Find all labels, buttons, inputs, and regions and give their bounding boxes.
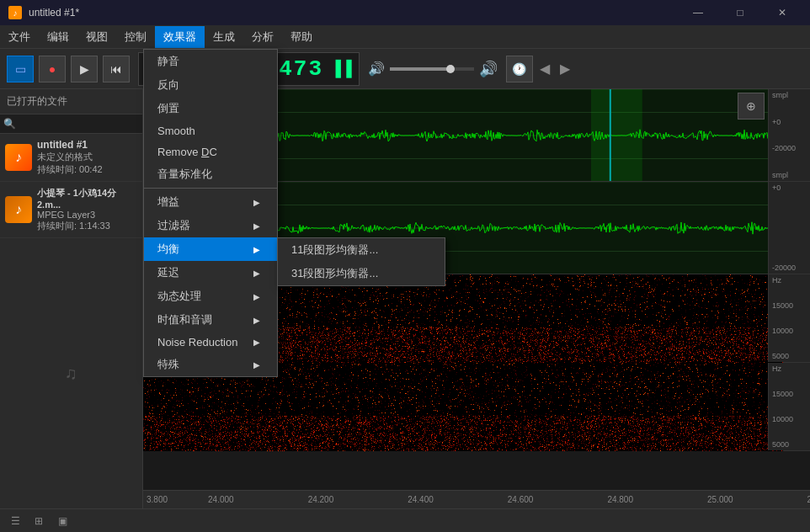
- time-marker-4: 24.600: [471, 495, 571, 504]
- scale-neg20000-upper: -20000: [772, 144, 807, 152]
- effects-menu-list: 静音 反向 倒置 Smooth Remove DC 音量标准化 增益▶ 过滤器▶…: [143, 49, 278, 377]
- arrow-filter: ▶: [253, 221, 260, 231]
- menu-item-invert[interactable]: 倒置: [144, 97, 277, 120]
- removedc-text: Remove DC: [157, 146, 217, 158]
- spec-5000-upper: 5000: [772, 352, 807, 360]
- spec-10000-lower: 10000: [772, 415, 807, 423]
- time-marker-1: 24.000: [171, 495, 271, 504]
- select-tool-button[interactable]: ▭: [7, 56, 34, 82]
- sidebar-header: 已打开的文件: [0, 89, 142, 114]
- spec-15000-lower: 15000: [772, 390, 807, 398]
- transport-extra: ▐▐: [330, 60, 352, 77]
- extra-controls: 🕐 ◀ ▶: [506, 56, 573, 82]
- menu-item-pitch[interactable]: 时值和音调▶: [144, 308, 277, 332]
- scale-smpl-upper: smpl: [772, 91, 807, 99]
- nav-fwd[interactable]: ▶: [557, 57, 573, 80]
- menu-analyze[interactable]: 分析: [243, 26, 282, 48]
- time-marker-0: 3.800: [143, 495, 171, 504]
- arrow-delay: ▶: [253, 269, 260, 278]
- timescale-bar: 3.800 24.000 24.200 24.400 24.600 24.800…: [143, 490, 810, 508]
- lower-right-scale: +0 -20000: [768, 182, 810, 274]
- file-item-violin[interactable]: ♪ 小提琴 - 1小鸡14分 2.m... MPEG Layer3 持续时间: …: [0, 182, 142, 238]
- upper-right-scale: smpl +0 -20000 smpl: [768, 89, 810, 181]
- time-marker-6: 25.000: [670, 495, 770, 504]
- filename-violin: 小提琴 - 1小鸡14分 2.m...: [37, 187, 137, 210]
- menu-file[interactable]: 文件: [0, 26, 39, 48]
- submenu-item-11band[interactable]: 11段图形均衡器...: [278, 238, 445, 262]
- search-input[interactable]: [19, 118, 139, 130]
- music-note-icon: ♫: [65, 364, 77, 383]
- time-marker-7: 25.200: [770, 495, 810, 504]
- menu-separator-1: [144, 188, 277, 189]
- spec-5000-lower: 5000: [772, 440, 807, 449]
- arrow-nr: ▶: [253, 338, 260, 347]
- maximize-button[interactable]: □: [721, 0, 759, 25]
- minimize-button[interactable]: —: [679, 0, 717, 25]
- play-tool-button[interactable]: ▶: [71, 56, 98, 82]
- file-format-violin: MPEG Layer3: [37, 210, 137, 220]
- file-item-untitled[interactable]: ♪ untitled #1 未定义的格式 持续时间: 00:42: [0, 134, 142, 182]
- menu-item-gain[interactable]: 增益▶: [144, 190, 277, 214]
- arrow-dynamics: ▶: [253, 292, 260, 301]
- titlebar-controls: — □ ✕: [679, 0, 802, 25]
- arrow-special: ▶: [253, 360, 260, 370]
- skip-tool-button[interactable]: ⏮: [103, 56, 130, 82]
- toolbar: ▭ ● ▶ ⏮ 44.1 kHz stereo 22.473: [0, 49, 810, 89]
- menu-item-special[interactable]: 特殊▶: [144, 353, 277, 376]
- menu-edit[interactable]: 编辑: [39, 26, 77, 48]
- volume-max-icon: 🔊: [479, 60, 498, 78]
- menu-item-equalizer[interactable]: 均衡▶ 11段图形均衡器... 31段图形均衡器...: [144, 237, 277, 261]
- scale-plus0-upper: +0: [772, 118, 807, 126]
- menu-help[interactable]: 帮助: [282, 26, 321, 48]
- spec-hz-upper: Hz: [772, 276, 807, 285]
- menu-item-removedc[interactable]: Remove DC: [144, 141, 277, 162]
- file-details-violin: 小提琴 - 1小鸡14分 2.m... MPEG Layer3 持续时间: 1:…: [37, 187, 137, 232]
- sidebar-empty-note: ♫: [0, 238, 142, 508]
- statusbar-grid-icon[interactable]: ⊞: [30, 513, 47, 529]
- main-content: 已打开的文件 🔍 ♪ untitled #1 未定义的格式 持续时间: 00:4…: [0, 89, 810, 508]
- statusbar-img-icon[interactable]: ▣: [54, 513, 71, 529]
- scale-neg20000-lower: -20000: [772, 263, 807, 272]
- menu-view[interactable]: 视图: [77, 26, 116, 48]
- record-tool-button[interactable]: ●: [39, 56, 66, 82]
- file-duration-violin: 持续时间: 1:14:33: [37, 220, 137, 232]
- time-marker-3: 24.400: [370, 495, 471, 504]
- window-title: untitled #1*: [29, 7, 79, 19]
- file-duration-untitled: 持续时间: 00:42: [37, 163, 103, 176]
- nav-back[interactable]: ◀: [536, 57, 553, 80]
- arrow-eq: ▶: [253, 245, 260, 254]
- file-details-untitled: untitled #1 未定义的格式 持续时间: 00:42: [37, 139, 103, 176]
- statusbar-list-icon[interactable]: ☰: [7, 513, 24, 529]
- menu-item-mute[interactable]: 静音: [144, 50, 277, 73]
- equalizer-submenu: 11段图形均衡器... 31段图形均衡器...: [277, 237, 445, 286]
- volume-icon: 🔊: [368, 61, 385, 77]
- titlebar-left: ♪ untitled #1*: [8, 6, 79, 19]
- menu-item-normalize[interactable]: 音量标准化: [144, 162, 277, 186]
- menu-item-noisereduction[interactable]: Noise Reduction▶: [144, 332, 277, 353]
- volume-slider[interactable]: [390, 67, 474, 71]
- spec-upper-scale: Hz 15000 10000 5000: [768, 274, 810, 362]
- menu-effects[interactable]: 效果器: [155, 26, 205, 48]
- menu-generate[interactable]: 生成: [205, 26, 243, 48]
- spec-hz-lower: Hz: [772, 364, 807, 373]
- file-format-untitled: 未定义的格式: [37, 151, 103, 163]
- menu-item-reverse[interactable]: 反向: [144, 73, 277, 97]
- spec-15000-upper: 15000: [772, 301, 807, 310]
- menu-control[interactable]: 控制: [116, 26, 155, 48]
- clock-button[interactable]: 🕐: [506, 56, 533, 82]
- scale-plus0-lower: +0: [772, 184, 807, 192]
- menu-item-delay[interactable]: 延迟▶: [144, 261, 277, 285]
- arrow-pitch: ▶: [253, 316, 260, 325]
- menu-item-dynamics[interactable]: 动态处理▶: [144, 285, 277, 308]
- zoom-in-button[interactable]: ⊕: [738, 93, 765, 120]
- menubar-overlay: 文件 编辑 视图 控制 效果器 生成 分析 帮助: [0, 25, 810, 49]
- search-box: 🔍: [0, 114, 142, 134]
- submenu-item-31band[interactable]: 31段图形均衡器...: [278, 262, 445, 285]
- menu-item-filter[interactable]: 过滤器▶: [144, 214, 277, 237]
- file-icon-violin: ♪: [5, 196, 32, 223]
- arrow-gain: ▶: [253, 198, 260, 207]
- menu-item-smooth[interactable]: Smooth: [144, 120, 277, 141]
- time-marker-5: 24.800: [570, 495, 670, 504]
- close-button[interactable]: ✕: [763, 0, 802, 25]
- spec-10000-upper: 10000: [772, 327, 807, 335]
